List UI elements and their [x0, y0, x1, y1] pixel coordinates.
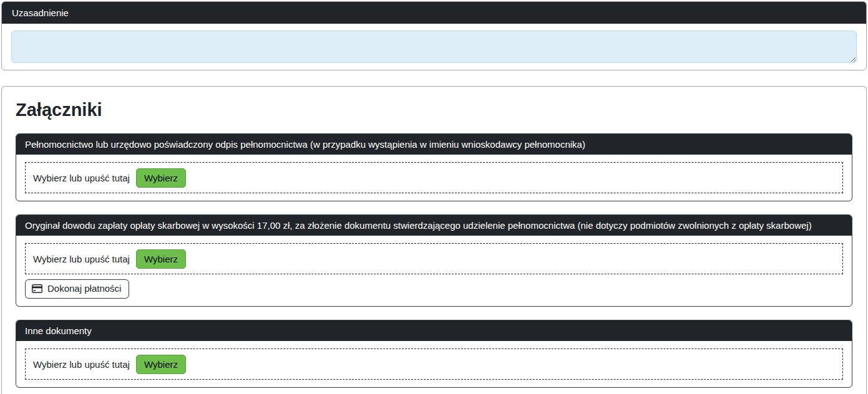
make-payment-button[interactable]: Dokonaj płatności [25, 279, 129, 299]
attachment-panel-body: Wybierz lub upuść tutaj Wybierz Dokonaj … [16, 236, 852, 306]
justification-textarea[interactable] [11, 31, 857, 63]
attachments-title: Załączniki [16, 98, 852, 122]
dropzone-label: Wybierz lub upuść tutaj [33, 359, 130, 370]
form-page: Uzasadnienie Załączniki Pełnomocnictwo l… [0, 0, 868, 394]
make-payment-label: Dokonaj płatności [47, 282, 121, 295]
justification-card: Uzasadnienie [1, 1, 867, 70]
attachment-panel-power-of-attorney: Pełnomocnictwo lub urzędowo poświadczony… [16, 133, 852, 201]
choose-file-button[interactable]: Wybierz [136, 249, 186, 269]
attachment-panel-fee-payment: Oryginał dowodu zapłaty opłaty skarbowej… [16, 214, 852, 307]
attachment-panel-other-documents: Inne dokumenty Wybierz lub upuść tutaj W… [16, 320, 852, 388]
attachment-panel-header: Oryginał dowodu zapłaty opłaty skarbowej… [16, 215, 852, 236]
choose-file-button[interactable]: Wybierz [136, 168, 186, 188]
dropzone-label: Wybierz lub upuść tutaj [33, 254, 130, 264]
credit-card-icon [32, 284, 42, 293]
attachments-card: Załączniki Pełnomocnictwo lub urzędowo p… [1, 86, 867, 394]
attachment-panel-body: Wybierz lub upuść tutaj Wybierz [16, 155, 852, 201]
file-dropzone[interactable]: Wybierz lub upuść tutaj Wybierz [25, 162, 843, 193]
justification-header: Uzasadnienie [2, 2, 866, 24]
attachment-panel-header: Pełnomocnictwo lub urzędowo poświadczony… [16, 134, 852, 155]
attachment-panel-header: Inne dokumenty [16, 320, 852, 341]
attachment-panel-body: Wybierz lub upuść tutaj Wybierz [16, 341, 852, 387]
choose-file-button[interactable]: Wybierz [136, 355, 186, 374]
dropzone-label: Wybierz lub upuść tutaj [33, 173, 130, 183]
file-dropzone[interactable]: Wybierz lub upuść tutaj Wybierz [25, 243, 843, 274]
file-dropzone[interactable]: Wybierz lub upuść tutaj Wybierz [25, 348, 843, 380]
justification-body [2, 24, 866, 70]
